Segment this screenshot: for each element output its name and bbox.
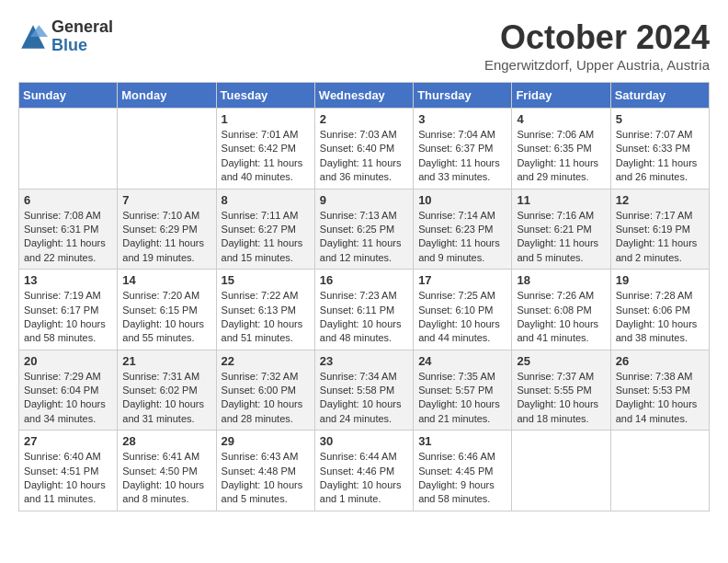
calendar-cell: 31Sunrise: 6:46 AM Sunset: 4:45 PM Dayli… xyxy=(414,431,512,511)
cell-content: Sunrise: 7:06 AM Sunset: 6:35 PM Dayligh… xyxy=(517,128,605,185)
day-number: 28 xyxy=(122,434,210,448)
day-number: 8 xyxy=(222,193,310,207)
cell-content: Sunrise: 7:10 AM Sunset: 6:29 PM Dayligh… xyxy=(122,209,210,266)
cell-content: Sunrise: 7:34 AM Sunset: 5:58 PM Dayligh… xyxy=(320,370,408,427)
day-number: 21 xyxy=(122,354,210,368)
day-number: 11 xyxy=(517,193,605,207)
calendar-week-5: 27Sunrise: 6:40 AM Sunset: 4:51 PM Dayli… xyxy=(19,431,710,511)
calendar-cell: 14Sunrise: 7:20 AM Sunset: 6:15 PM Dayli… xyxy=(118,270,216,350)
calendar-week-4: 20Sunrise: 7:29 AM Sunset: 6:04 PM Dayli… xyxy=(19,350,710,431)
calendar-cell: 15Sunrise: 7:22 AM Sunset: 6:13 PM Dayli… xyxy=(216,270,314,350)
day-number: 30 xyxy=(320,434,408,448)
day-header-saturday: Saturday xyxy=(610,83,709,109)
calendar-cell: 1Sunrise: 7:01 AM Sunset: 6:42 PM Daylig… xyxy=(216,109,314,190)
day-number: 19 xyxy=(616,273,704,287)
calendar-week-2: 6Sunrise: 7:08 AM Sunset: 6:31 PM Daylig… xyxy=(19,189,710,270)
day-number: 4 xyxy=(517,112,605,126)
page-header: General Blue October 2024 Engerwitzdorf,… xyxy=(18,18,710,73)
cell-content: Sunrise: 7:01 AM Sunset: 6:42 PM Dayligh… xyxy=(222,128,310,185)
cell-content: Sunrise: 7:19 AM Sunset: 6:17 PM Dayligh… xyxy=(24,289,112,346)
cell-content: Sunrise: 7:32 AM Sunset: 6:00 PM Dayligh… xyxy=(222,370,310,427)
calendar-table: SundayMondayTuesdayWednesdayThursdayFrid… xyxy=(18,82,710,511)
day-header-sunday: Sunday xyxy=(19,83,118,109)
calendar-cell xyxy=(118,109,216,190)
day-number: 27 xyxy=(24,434,112,448)
calendar-cell xyxy=(610,431,709,511)
location-title: Engerwitzdorf, Upper Austria, Austria xyxy=(484,57,710,73)
calendar-cell: 9Sunrise: 7:13 AM Sunset: 6:25 PM Daylig… xyxy=(314,189,413,270)
calendar-cell: 19Sunrise: 7:28 AM Sunset: 6:06 PM Dayli… xyxy=(610,270,709,350)
calendar-cell: 10Sunrise: 7:14 AM Sunset: 6:23 PM Dayli… xyxy=(414,189,512,270)
logo-blue-text: Blue xyxy=(51,37,113,55)
cell-content: Sunrise: 7:20 AM Sunset: 6:15 PM Dayligh… xyxy=(122,289,210,346)
day-number: 9 xyxy=(320,193,408,207)
calendar-cell: 17Sunrise: 7:25 AM Sunset: 6:10 PM Dayli… xyxy=(414,270,512,350)
day-number: 14 xyxy=(122,273,210,287)
day-number: 6 xyxy=(24,193,112,207)
cell-content: Sunrise: 7:22 AM Sunset: 6:13 PM Dayligh… xyxy=(222,289,310,346)
cell-content: Sunrise: 7:14 AM Sunset: 6:23 PM Dayligh… xyxy=(418,209,506,266)
cell-content: Sunrise: 6:40 AM Sunset: 4:51 PM Dayligh… xyxy=(24,450,112,507)
title-section: October 2024 Engerwitzdorf, Upper Austri… xyxy=(484,18,710,73)
day-number: 24 xyxy=(418,354,506,368)
day-number: 1 xyxy=(222,112,310,126)
calendar-cell: 13Sunrise: 7:19 AM Sunset: 6:17 PM Dayli… xyxy=(19,270,118,350)
cell-content: Sunrise: 7:29 AM Sunset: 6:04 PM Dayligh… xyxy=(24,370,112,427)
cell-content: Sunrise: 7:03 AM Sunset: 6:40 PM Dayligh… xyxy=(320,128,408,185)
cell-content: Sunrise: 6:43 AM Sunset: 4:48 PM Dayligh… xyxy=(222,450,310,507)
logo: General Blue xyxy=(18,18,113,55)
calendar-cell: 16Sunrise: 7:23 AM Sunset: 6:11 PM Dayli… xyxy=(314,270,413,350)
calendar-cell: 18Sunrise: 7:26 AM Sunset: 6:08 PM Dayli… xyxy=(512,270,610,350)
cell-content: Sunrise: 7:23 AM Sunset: 6:11 PM Dayligh… xyxy=(320,289,408,346)
day-number: 12 xyxy=(616,193,704,207)
calendar-body: 1Sunrise: 7:01 AM Sunset: 6:42 PM Daylig… xyxy=(19,109,710,511)
calendar-cell: 25Sunrise: 7:37 AM Sunset: 5:55 PM Dayli… xyxy=(512,350,610,431)
cell-content: Sunrise: 7:31 AM Sunset: 6:02 PM Dayligh… xyxy=(122,370,210,427)
day-number: 26 xyxy=(616,354,704,368)
cell-content: Sunrise: 6:44 AM Sunset: 4:46 PM Dayligh… xyxy=(320,450,408,507)
day-number: 16 xyxy=(320,273,408,287)
day-number: 29 xyxy=(222,434,310,448)
calendar-cell: 4Sunrise: 7:06 AM Sunset: 6:35 PM Daylig… xyxy=(512,109,610,190)
cell-content: Sunrise: 7:11 AM Sunset: 6:27 PM Dayligh… xyxy=(222,209,310,266)
day-number: 25 xyxy=(517,354,605,368)
day-header-wednesday: Wednesday xyxy=(314,83,413,109)
calendar-cell: 5Sunrise: 7:07 AM Sunset: 6:33 PM Daylig… xyxy=(610,109,709,190)
cell-content: Sunrise: 7:35 AM Sunset: 5:57 PM Dayligh… xyxy=(418,370,506,427)
cell-content: Sunrise: 7:08 AM Sunset: 6:31 PM Dayligh… xyxy=(24,209,112,266)
calendar-header-row: SundayMondayTuesdayWednesdayThursdayFrid… xyxy=(19,83,710,109)
calendar-cell: 29Sunrise: 6:43 AM Sunset: 4:48 PM Dayli… xyxy=(216,431,314,511)
calendar-cell xyxy=(19,109,118,190)
day-number: 10 xyxy=(418,193,506,207)
day-header-monday: Monday xyxy=(118,83,216,109)
day-number: 17 xyxy=(418,273,506,287)
day-number: 15 xyxy=(222,273,310,287)
day-header-thursday: Thursday xyxy=(414,83,512,109)
calendar-cell: 3Sunrise: 7:04 AM Sunset: 6:37 PM Daylig… xyxy=(414,109,512,190)
calendar-cell: 6Sunrise: 7:08 AM Sunset: 6:31 PM Daylig… xyxy=(19,189,118,270)
cell-content: Sunrise: 7:17 AM Sunset: 6:19 PM Dayligh… xyxy=(616,209,704,266)
logo-icon xyxy=(18,22,48,52)
day-header-friday: Friday xyxy=(512,83,610,109)
calendar-cell: 20Sunrise: 7:29 AM Sunset: 6:04 PM Dayli… xyxy=(19,350,118,431)
calendar-cell: 24Sunrise: 7:35 AM Sunset: 5:57 PM Dayli… xyxy=(414,350,512,431)
cell-content: Sunrise: 7:37 AM Sunset: 5:55 PM Dayligh… xyxy=(517,370,605,427)
month-title: October 2024 xyxy=(484,18,710,57)
calendar-cell xyxy=(512,431,610,511)
day-header-tuesday: Tuesday xyxy=(216,83,314,109)
cell-content: Sunrise: 7:26 AM Sunset: 6:08 PM Dayligh… xyxy=(517,289,605,346)
calendar-week-3: 13Sunrise: 7:19 AM Sunset: 6:17 PM Dayli… xyxy=(19,270,710,350)
cell-content: Sunrise: 7:07 AM Sunset: 6:33 PM Dayligh… xyxy=(616,128,704,185)
calendar-cell: 23Sunrise: 7:34 AM Sunset: 5:58 PM Dayli… xyxy=(314,350,413,431)
cell-content: Sunrise: 6:46 AM Sunset: 4:45 PM Dayligh… xyxy=(418,450,506,507)
cell-content: Sunrise: 7:13 AM Sunset: 6:25 PM Dayligh… xyxy=(320,209,408,266)
cell-content: Sunrise: 7:16 AM Sunset: 6:21 PM Dayligh… xyxy=(517,209,605,266)
calendar-cell: 26Sunrise: 7:38 AM Sunset: 5:53 PM Dayli… xyxy=(610,350,709,431)
calendar-cell: 12Sunrise: 7:17 AM Sunset: 6:19 PM Dayli… xyxy=(610,189,709,270)
day-number: 18 xyxy=(517,273,605,287)
calendar-cell: 11Sunrise: 7:16 AM Sunset: 6:21 PM Dayli… xyxy=(512,189,610,270)
day-number: 23 xyxy=(320,354,408,368)
day-number: 2 xyxy=(320,112,408,126)
day-number: 31 xyxy=(418,434,506,448)
cell-content: Sunrise: 7:25 AM Sunset: 6:10 PM Dayligh… xyxy=(418,289,506,346)
